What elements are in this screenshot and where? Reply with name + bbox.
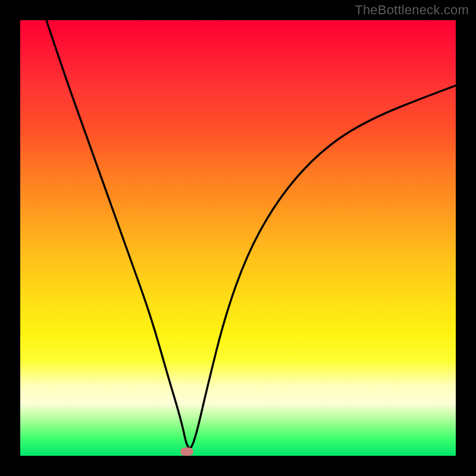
chart-frame: TheBottleneck.com [0,0,476,476]
attribution-text: TheBottleneck.com [355,2,469,18]
curve-svg [20,20,456,456]
plot-area [20,20,456,456]
bottleneck-curve-path [46,20,456,448]
optimum-marker [180,447,193,456]
